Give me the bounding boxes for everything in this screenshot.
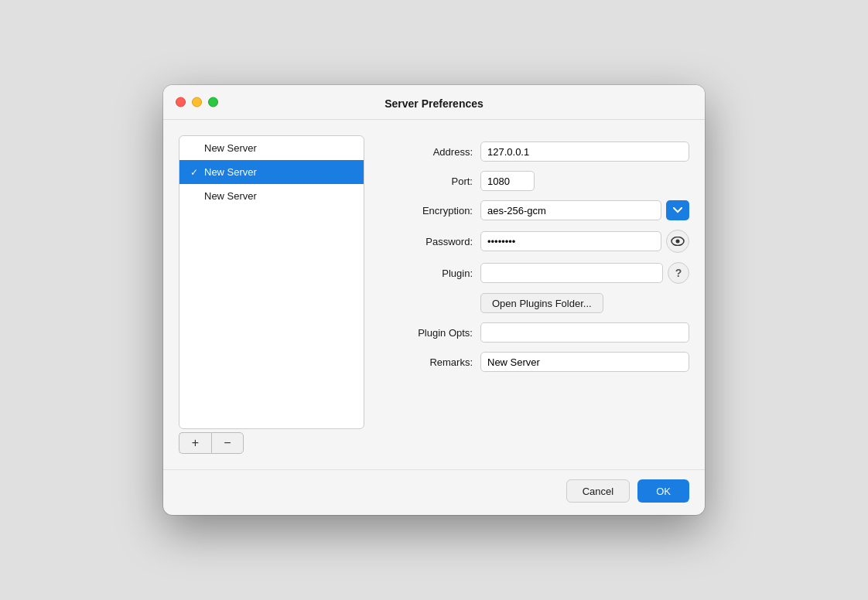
server-item-label-2: New Server	[204, 166, 257, 178]
open-plugins-button[interactable]: Open Plugins Folder...	[480, 293, 603, 313]
address-input[interactable]	[480, 141, 689, 162]
open-plugins-row: Open Plugins Folder...	[480, 293, 689, 313]
encryption-field-group: aes-256-gcm aes-128-gcm chacha20-ietf-po…	[480, 200, 689, 220]
port-input[interactable]	[480, 171, 535, 191]
password-row: Password:	[380, 230, 689, 253]
plugin-input[interactable]	[480, 263, 663, 283]
plugin-opts-row: Plugin Opts:	[380, 322, 689, 343]
plugin-help-button[interactable]: ?	[668, 262, 689, 284]
dialog-footer: Cancel OK	[163, 469, 705, 515]
chevron-down-icon	[673, 207, 682, 213]
minimize-button[interactable]	[192, 97, 202, 107]
plugin-row: Plugin: ?	[380, 262, 689, 284]
server-preferences-dialog: Server Preferences New Server ✓ New Serv…	[163, 85, 705, 515]
left-panel: New Server ✓ New Server New Server + −	[179, 135, 364, 454]
port-label: Port:	[380, 176, 473, 187]
svg-point-1	[676, 240, 680, 244]
plugin-label: Plugin:	[380, 268, 473, 279]
address-row: Address:	[380, 141, 689, 162]
toggle-password-button[interactable]	[666, 230, 689, 253]
plugin-field-group: ?	[480, 262, 689, 284]
list-controls: + −	[179, 432, 364, 454]
remove-server-button[interactable]: −	[211, 432, 244, 454]
server-list-item-3[interactable]: New Server	[179, 184, 364, 208]
server-item-label-1: New Server	[204, 142, 257, 154]
eye-icon	[671, 237, 685, 246]
remarks-input[interactable]	[480, 352, 689, 372]
add-server-button[interactable]: +	[179, 432, 211, 454]
dialog-title: Server Preferences	[384, 97, 484, 110]
plugin-opts-label: Plugin Opts:	[380, 327, 473, 339]
port-row: Port:	[380, 171, 689, 191]
close-button[interactable]	[176, 97, 186, 107]
encryption-label: Encryption:	[380, 205, 473, 216]
address-label: Address:	[380, 146, 473, 158]
plugin-opts-input[interactable]	[480, 322, 689, 343]
right-panel: Address: Port: Encryption: aes-256-gcm a…	[380, 135, 689, 454]
password-label: Password:	[380, 236, 473, 247]
server-list-item-2[interactable]: ✓ New Server	[179, 160, 364, 184]
checkmark-2: ✓	[189, 167, 200, 178]
encryption-row: Encryption: aes-256-gcm aes-128-gcm chac…	[380, 200, 689, 220]
server-list: New Server ✓ New Server New Server	[179, 135, 364, 429]
encryption-select[interactable]: aes-256-gcm aes-128-gcm chacha20-ietf-po…	[480, 200, 661, 220]
titlebar: Server Preferences	[163, 85, 705, 120]
cancel-button[interactable]: Cancel	[566, 479, 630, 503]
remarks-row: Remarks:	[380, 352, 689, 372]
encryption-dropdown-button[interactable]	[666, 200, 689, 220]
password-input[interactable]	[480, 231, 661, 251]
ok-button[interactable]: OK	[637, 479, 689, 503]
password-field-group	[480, 230, 689, 253]
server-list-item-1[interactable]: New Server	[179, 136, 364, 160]
window-controls	[176, 97, 218, 107]
server-item-label-3: New Server	[204, 190, 257, 202]
remarks-label: Remarks:	[380, 356, 473, 368]
dialog-body: New Server ✓ New Server New Server + −	[163, 120, 705, 469]
maximize-button[interactable]	[208, 97, 218, 107]
